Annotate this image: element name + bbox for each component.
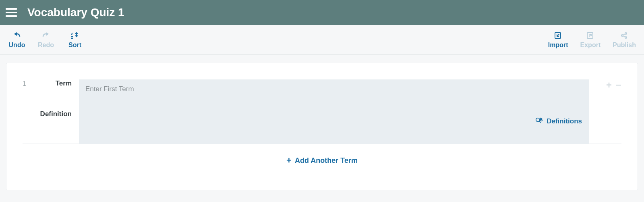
sort-label: Sort [68, 42, 81, 49]
undo-label: Undo [9, 42, 25, 49]
sort-icon: A Z [71, 31, 79, 40]
app-header: Vocabulary Quiz 1 [0, 0, 644, 25]
export-icon [586, 31, 594, 40]
redo-button: Redo [37, 31, 55, 49]
svg-point-6 [625, 37, 627, 38]
definitions-button[interactable]: Definitions [535, 117, 582, 126]
import-button[interactable]: Import [548, 31, 568, 49]
toolbar: Undo Redo A Z Sort [0, 25, 644, 55]
svg-point-7 [536, 118, 540, 122]
publish-label: Publish [613, 42, 636, 49]
publish-button: Publish [613, 31, 636, 49]
menu-icon[interactable] [6, 8, 17, 17]
add-row-icon[interactable]: + [606, 80, 612, 90]
undo-icon [12, 31, 21, 40]
svg-point-5 [625, 33, 627, 34]
svg-point-4 [621, 35, 623, 36]
redo-label: Redo [38, 42, 54, 49]
import-label: Import [548, 42, 568, 49]
term-index: 1 [23, 79, 35, 87]
term-row: 1 Term Definition Definitions [6, 63, 638, 144]
svg-text:Z: Z [71, 35, 73, 39]
export-label: Export [580, 42, 601, 49]
definitions-label: Definitions [547, 117, 582, 125]
term-card: 1 Term Definition Definitions [6, 63, 638, 190]
definition-input[interactable]: Definitions [79, 99, 589, 144]
redo-icon [41, 31, 50, 40]
definition-label: Definition [35, 110, 72, 118]
page-title: Vocabulary Quiz 1 [27, 6, 124, 19]
remove-row-icon[interactable]: − [616, 80, 621, 90]
share-icon [620, 31, 628, 40]
add-another-label: Add Another Term [295, 156, 358, 165]
plus-icon: + [286, 155, 292, 166]
sort-button[interactable]: A Z Sort [66, 31, 84, 49]
add-another-term-button[interactable]: + Add Another Term [6, 155, 638, 166]
term-label: Term [35, 79, 72, 87]
term-input[interactable] [79, 79, 589, 99]
undo-button[interactable]: Undo [8, 31, 26, 49]
import-icon [554, 31, 562, 40]
search-definitions-icon [535, 117, 543, 126]
export-button: Export [580, 31, 601, 49]
